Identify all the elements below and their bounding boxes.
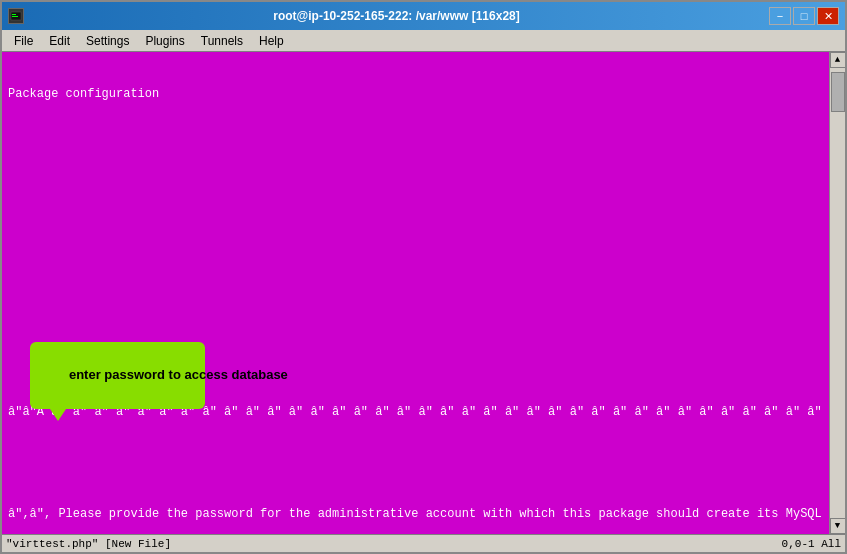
dialog-line1: â",â", Please provide the password for t… <box>8 507 823 521</box>
password-callout: enter password to access database <box>30 342 205 409</box>
status-bar: "virttest.php" [New File] 0,0-1 All <box>2 534 845 552</box>
menu-plugins[interactable]: Plugins <box>137 32 192 50</box>
status-filename: "virttest.php" [New File] <box>6 538 782 550</box>
window-controls: − □ ✕ <box>769 7 839 25</box>
maximize-button[interactable]: □ <box>793 7 815 25</box>
menu-tunnels[interactable]: Tunnels <box>193 32 251 50</box>
scroll-down-button[interactable]: ▼ <box>830 518 846 534</box>
menu-file[interactable]: File <box>6 32 41 50</box>
window-title: root@ip-10-252-165-222: /var/www [116x28… <box>24 9 769 23</box>
menu-bar: File Edit Settings Plugins Tunnels Help <box>2 30 845 52</box>
scrollbar[interactable]: ▲ ▼ <box>829 52 845 534</box>
minimize-button[interactable]: − <box>769 7 791 25</box>
package-config-label: Package configuration <box>8 87 159 101</box>
status-position: 0,0-1 All <box>782 538 841 550</box>
window-icon <box>8 8 24 24</box>
menu-settings[interactable]: Settings <box>78 32 137 50</box>
menu-help[interactable]: Help <box>251 32 292 50</box>
svg-rect-2 <box>12 16 18 17</box>
menu-edit[interactable]: Edit <box>41 32 78 50</box>
scroll-up-button[interactable]: ▲ <box>830 52 846 68</box>
dialog-content: â",â", Please provide the password for t… <box>8 479 823 534</box>
terminal-container: Package configuration â"â"Â â" â" â" â" … <box>2 52 845 534</box>
title-bar: root@ip-10-252-165-222: /var/www [116x28… <box>2 2 845 30</box>
close-button[interactable]: ✕ <box>817 7 839 25</box>
terminal-area[interactable]: Package configuration â"â"Â â" â" â" â" … <box>2 52 829 534</box>
terminal-output: Package configuration <box>8 86 823 170</box>
terminal-window: root@ip-10-252-165-222: /var/www [116x28… <box>0 0 847 554</box>
scroll-thumb[interactable] <box>831 72 845 112</box>
scroll-track[interactable] <box>830 68 845 518</box>
svg-rect-1 <box>12 14 16 15</box>
